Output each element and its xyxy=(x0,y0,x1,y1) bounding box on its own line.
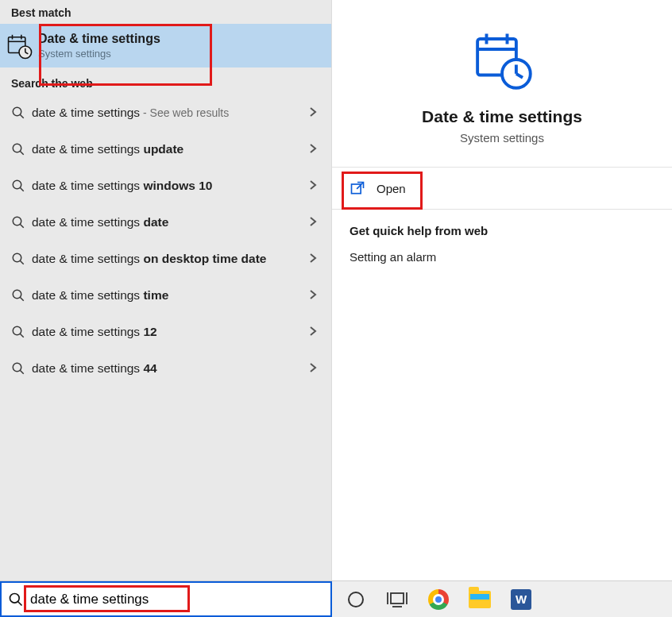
web-result-label: date & time settings 44 xyxy=(32,361,301,377)
svg-line-18 xyxy=(20,297,24,301)
detail-hero: Date & time settings System settings xyxy=(332,0,672,168)
calendar-clock-icon xyxy=(471,29,533,93)
web-result-label: date & time settings update xyxy=(32,141,301,158)
svg-line-31 xyxy=(357,183,363,189)
search-icon xyxy=(5,179,32,193)
web-result-item[interactable]: date & time settings - See web results xyxy=(0,94,331,131)
svg-point-11 xyxy=(13,180,21,189)
results-panel: Best match Date & time settings System s… xyxy=(0,0,332,580)
web-result-label: date & time settings 12 xyxy=(32,324,301,341)
chevron-right-icon xyxy=(301,362,325,376)
search-icon xyxy=(5,361,32,376)
help-link[interactable]: Setting an alarm xyxy=(350,250,655,264)
svg-rect-35 xyxy=(391,593,404,604)
chrome-icon[interactable] xyxy=(419,584,458,615)
web-result-item[interactable]: date & time settings date xyxy=(0,204,331,241)
taskbar-icons: W xyxy=(332,581,672,617)
detail-subtitle: System settings xyxy=(460,131,544,145)
open-icon xyxy=(350,180,365,196)
file-explorer-icon[interactable] xyxy=(461,584,499,615)
svg-line-14 xyxy=(20,224,24,228)
help-section: Get quick help from web Setting an alarm xyxy=(332,210,672,278)
web-result-label: date & time settings windows 10 xyxy=(32,178,301,195)
chevron-right-icon xyxy=(301,253,325,266)
svg-line-20 xyxy=(20,334,24,337)
svg-point-17 xyxy=(13,290,21,299)
taskbar: W xyxy=(0,580,672,617)
chevron-right-icon xyxy=(301,216,325,229)
cortana-icon[interactable] xyxy=(337,584,375,615)
chevron-right-icon xyxy=(301,326,325,339)
web-result-item[interactable]: date & time settings 12 xyxy=(0,314,331,350)
open-label: Open xyxy=(377,182,406,195)
search-icon xyxy=(5,325,32,339)
svg-line-22 xyxy=(20,370,24,374)
svg-point-34 xyxy=(349,592,363,607)
search-box[interactable] xyxy=(0,581,332,617)
web-result-label: date & time settings - See web results xyxy=(32,105,301,121)
best-match-header: Best match xyxy=(0,0,331,24)
detail-title: Date & time settings xyxy=(422,107,582,126)
web-result-label: date & time settings time xyxy=(32,287,301,304)
svg-line-12 xyxy=(20,187,24,191)
svg-line-10 xyxy=(20,151,24,155)
search-icon xyxy=(5,106,32,120)
svg-point-21 xyxy=(13,363,21,372)
svg-point-13 xyxy=(13,217,21,226)
search-icon xyxy=(5,142,32,156)
chevron-right-icon xyxy=(301,289,325,303)
task-view-icon[interactable] xyxy=(378,584,416,615)
word-icon[interactable]: W xyxy=(502,584,540,615)
web-result-item[interactable]: date & time settings 44 xyxy=(0,350,331,387)
chevron-right-icon xyxy=(301,179,325,193)
svg-point-7 xyxy=(13,107,21,116)
help-header: Get quick help from web xyxy=(350,224,655,237)
search-icon xyxy=(5,252,32,266)
svg-line-33 xyxy=(18,601,22,605)
search-input[interactable] xyxy=(30,592,326,607)
best-match-subtitle: System settings xyxy=(38,48,331,60)
svg-line-8 xyxy=(20,114,24,118)
svg-point-15 xyxy=(13,253,21,262)
best-match-title: Date & time settings xyxy=(38,32,331,46)
detail-panel: Date & time settings System settings Ope… xyxy=(332,0,672,580)
best-match-item[interactable]: Date & time settings System settings xyxy=(0,24,331,67)
web-result-label: date & time settings date xyxy=(32,214,301,231)
chevron-right-icon xyxy=(301,106,325,120)
svg-point-19 xyxy=(13,326,21,335)
search-icon xyxy=(8,592,24,607)
web-results-list: date & time settings - See web resultsda… xyxy=(0,94,331,387)
open-action[interactable]: Open xyxy=(332,168,672,210)
web-result-item[interactable]: date & time settings time xyxy=(0,277,331,314)
web-result-label: date & time settings on desktop time dat… xyxy=(32,251,301,268)
svg-point-9 xyxy=(13,144,21,152)
svg-point-32 xyxy=(10,593,20,603)
web-result-item[interactable]: date & time settings on desktop time dat… xyxy=(0,241,331,277)
search-icon xyxy=(5,288,32,303)
svg-line-16 xyxy=(20,260,24,264)
chevron-right-icon xyxy=(301,143,325,156)
web-result-item[interactable]: date & time settings windows 10 xyxy=(0,168,331,204)
search-web-header: Search the web xyxy=(0,67,331,94)
web-result-item[interactable]: date & time settings update xyxy=(0,131,331,168)
calendar-clock-icon xyxy=(0,33,38,60)
search-icon xyxy=(5,215,32,229)
